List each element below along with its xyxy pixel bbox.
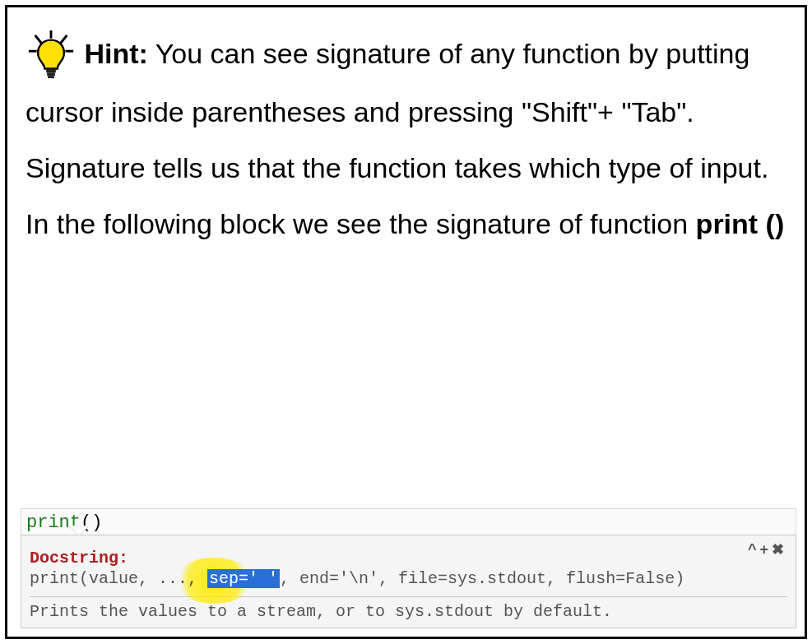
lightbulb-icon: [26, 28, 77, 84]
docstring-tooltip: ^+✖ Docstring: print(value, ..., sep=' '…: [21, 535, 796, 628]
signature-line: print(value, ..., sep=' ', end='\n', fil…: [30, 569, 787, 588]
svg-rect-5: [46, 69, 56, 73]
hint-paragraph: Hint: You can see signature of any funct…: [7, 7, 805, 260]
svg-line-2: [61, 35, 67, 44]
tooltip-controls: ^+✖: [748, 540, 787, 558]
docstring-heading: Docstring:: [30, 549, 787, 568]
hint-label: Hint:: [84, 38, 147, 69]
signature-tooltip-region: print() ^+✖ Docstring: print(value, ...,…: [21, 508, 796, 628]
svg-line-1: [35, 35, 42, 44]
svg-rect-6: [47, 72, 55, 76]
signature-post: , end='\n', file=sys.stdout, flush=False…: [280, 569, 684, 588]
hint-card: Hint: You can see signature of any funct…: [5, 5, 807, 639]
docstring-description: Prints the values to a stream, or to sys…: [30, 602, 787, 621]
signature-selected-param: sep=' ': [207, 569, 280, 588]
expand-up-icon[interactable]: ^: [748, 541, 760, 558]
divider: [30, 596, 787, 597]
tooltip-pointer-icon: [69, 526, 89, 535]
svg-rect-7: [48, 76, 54, 78]
hint-function-name: print (): [696, 208, 785, 239]
code-cell[interactable]: print(): [21, 508, 796, 535]
close-icon[interactable]: ✖: [772, 541, 787, 558]
signature-pre: print(value, ...,: [30, 569, 207, 588]
plus-icon[interactable]: +: [759, 541, 772, 558]
